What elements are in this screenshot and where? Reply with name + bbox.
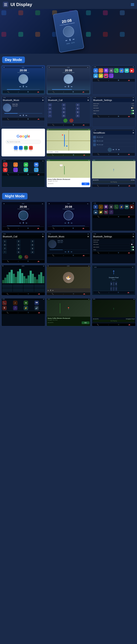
wave-btn-7[interactable] [24,288,34,292]
n2-nav-2[interactable]: ♪ [63,228,64,229]
key-4[interactable]: 4 [48,107,52,110]
bts-nav-2[interactable]: ♪ [108,116,109,117]
nbm-nav-2[interactable]: ♪ [63,254,64,256]
shortcut-3[interactable]: M Maps [24,146,28,151]
key-7[interactable]: 7 [48,111,52,114]
rd-nav-1[interactable]: 📞 [98,292,100,293]
cp-nav-3[interactable]: ⊞ [28,174,29,175]
wave-btn-3[interactable] [24,284,34,288]
nn-nav-1[interactable]: 📞 [97,324,99,326]
nc-nav-3[interactable]: ⊞ [28,260,29,262]
local-prev[interactable]: ⏮ [112,148,114,150]
road-btn-1[interactable]: ◀ [110,282,112,286]
night-key-7[interactable]: 7 [3,247,7,250]
night-prev-1[interactable]: ⏮ [19,222,21,224]
map-nav-1[interactable]: 📞 [52,154,54,156]
local-item-3[interactable]: 华乐_312_mp3 [93,143,135,147]
app-settings[interactable]: ⚙ [109,68,113,73]
shortcut-1[interactable]: Y YouTube [14,146,18,151]
apps-icon-2[interactable]: ⊞ [72,91,74,93]
night-pause-2[interactable]: ⏸ [67,222,70,224]
nc-nav-2[interactable]: ♪ [18,260,19,262]
auto-icon[interactable]: 🚗 [37,91,39,93]
app-phone[interactable]: 📞 [114,68,118,73]
power-toggle[interactable] [131,112,134,114]
local-nav-2[interactable]: ♪ [108,154,109,155]
wv-nav-1[interactable]: 📞 [7,293,9,295]
road-btn-3[interactable]: ▶ [115,282,117,286]
ncp-nav-2[interactable]: ♪ [18,312,18,314]
night-key-2[interactable]: 2 [17,240,20,243]
app-photos[interactable]: 🖼 [104,68,108,73]
auto-connect-toggle[interactable] [131,110,134,112]
hero-next-btn[interactable]: ⏭ [72,38,75,40]
app-telegram[interactable]: ✈ [94,68,98,73]
night-app-5[interactable]: 📞 [114,205,118,209]
map-nav-3[interactable]: ⊞ [73,154,74,156]
road-btn-6[interactable]: ↘ [115,286,117,291]
call-nav-3[interactable]: ⊞ [73,124,74,126]
bt-settings-close[interactable]: ✕ [132,99,134,102]
wave-btn-4[interactable] [34,284,44,288]
wv-nav-2[interactable]: ♪ [18,293,18,295]
nn-nav-2[interactable]: ♪ [108,324,109,326]
night-cp-maps[interactable]: 🗺 [34,300,39,305]
apps-icon[interactable]: ⊞ [28,91,29,93]
na-nav-3[interactable]: ⊞ [118,216,119,218]
bts-nav-3[interactable]: ⊞ [118,116,119,117]
fd-nav-3[interactable]: ⊞ [73,293,74,295]
night-prev-2[interactable]: ⏮ [64,222,66,224]
night-auto-answer-toggle[interactable] [131,244,134,245]
auto-answer-toggle[interactable] [131,107,134,109]
app-files[interactable]: 📁 [98,74,103,78]
na-nav-1[interactable]: 📞 [98,216,100,218]
road-btn-5[interactable]: ↓ [113,286,115,291]
key-9[interactable]: 9 [76,111,80,114]
bt-nav-1[interactable]: 📞 [7,118,9,120]
night-app-3[interactable]: 🖼 [104,205,108,209]
app-youtube[interactable]: ▶ [130,68,134,73]
nbs-nav-1[interactable]: 📞 [98,252,100,254]
nd-nav-1[interactable]: 📞 [97,185,99,186]
nav-apps[interactable]: ⊞ [118,79,119,81]
call-btn[interactable]: 📞 [64,118,68,122]
n1-nav-3[interactable]: ⊞ [28,227,29,229]
bt-nav-4[interactable]: 🚗 [38,118,40,120]
nbs-nav-3[interactable]: ⊞ [118,252,119,254]
key-hash[interactable]: # [76,114,80,117]
prev-icon-2[interactable]: ⏮ [64,86,66,88]
google-search-bar[interactable]: 🔍 Search or type URL [6,140,41,144]
night-key-3[interactable]: 3 [30,240,34,243]
night-key-hash[interactable]: # [30,251,34,254]
key-8[interactable]: 8 [62,111,66,114]
night-app-4[interactable]: ⚙ [109,205,113,209]
nd-nav-2[interactable]: ♪ [108,185,109,186]
bts-nav-1[interactable]: 📞 [98,116,100,117]
call-nav-1[interactable]: 📞 [52,124,54,126]
bts-nav-4[interactable]: 🚗 [128,116,130,117]
carplay-music[interactable]: ♪ [13,162,18,167]
nav-auto[interactable]: 🚗 [128,79,130,81]
carplay-messages[interactable]: ✉ [24,162,28,167]
carplay-waze[interactable]: ⚡ [24,168,28,172]
menu-button[interactable] [3,2,8,7]
night-app-10[interactable]: 📁 [98,210,103,214]
key-6[interactable]: 6 [76,107,80,110]
bt-nav-3[interactable]: ⊞ [28,118,29,120]
go-button[interactable]: GO [82,182,90,185]
carplay-podcast[interactable]: 🎙 [3,168,8,172]
night-key-9[interactable]: 9 [30,247,34,250]
nc-nav-4[interactable]: 🚗 [38,260,40,262]
bt-next[interactable]: ⏭ [26,114,27,116]
night-bt-pause[interactable]: ⏸ [68,250,70,253]
key-5[interactable]: 5 [62,107,66,110]
nd-nav-3[interactable]: ⊞ [118,185,119,186]
n1-nav-1[interactable]: 📞 [8,227,10,229]
night-key-8[interactable]: 8 [17,247,20,250]
night-bt-prev[interactable]: ⏮ [64,251,66,253]
hero-play-btn[interactable]: ⏸ [68,38,72,42]
n2-nav-3[interactable]: ⊞ [72,227,74,229]
nc-nav-1[interactable]: 📞 [7,260,9,262]
nd-nav-4[interactable]: 🚗 [128,185,130,186]
night-go-button[interactable]: GO [82,322,90,324]
